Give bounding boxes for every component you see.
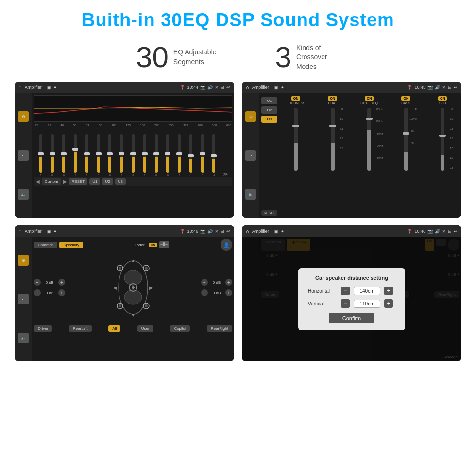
confirm-button[interactable]: Confirm <box>329 313 375 323</box>
slider-12[interactable]: 0 <box>162 134 173 177</box>
crossover-settings-icon[interactable]: ⚙ <box>245 111 256 122</box>
minimize-icon-3[interactable]: ⊟ <box>221 229 224 234</box>
vertical-label: Vertical <box>308 301 337 306</box>
close-icon-2[interactable]: ✕ <box>442 85 446 90</box>
slider-14[interactable]: -1 <box>185 134 197 177</box>
user-btn[interactable]: User <box>137 325 153 332</box>
eq-graph <box>34 95 232 122</box>
minimize-icon[interactable]: ⊟ <box>221 85 224 90</box>
stat-crossover: 3 Kinds ofCrossover Modes <box>246 43 369 72</box>
u2-btn[interactable]: U2 <box>102 178 113 185</box>
vol-val-bl: 0 dB <box>42 291 57 295</box>
location-icon: 📍 <box>180 85 185 90</box>
minimize-icon-2[interactable]: ⊟ <box>448 85 452 90</box>
slider-9[interactable]: 0 <box>127 134 139 177</box>
back-icon-4[interactable]: ↩ <box>454 229 458 234</box>
sub-on[interactable]: ON <box>438 96 447 101</box>
vertical-plus[interactable]: + <box>384 299 393 308</box>
reset-btn[interactable]: RESET <box>69 178 88 185</box>
preset-u3[interactable]: U3 <box>261 116 277 123</box>
vol-plus-br[interactable]: + <box>225 289 232 296</box>
home-icon-4[interactable]: ⌂ <box>246 228 249 234</box>
u3-btn[interactable]: U3 <box>115 178 126 185</box>
slider-5[interactable]: 0 <box>81 134 93 177</box>
vol-plus-bl[interactable]: + <box>58 289 65 296</box>
slider-4[interactable]: 5 <box>69 134 81 177</box>
svg-point-16 <box>119 304 121 307</box>
slider-8[interactable]: 0 <box>116 134 127 177</box>
slider-15[interactable]: 0 <box>197 134 208 177</box>
rearright-btn[interactable]: RearRight <box>207 325 232 332</box>
horizontal-plus[interactable]: + <box>384 287 393 295</box>
preset-u1[interactable]: U1 <box>261 97 277 104</box>
vol-minus-bl[interactable]: − <box>34 289 41 296</box>
slider-13[interactable]: 0 <box>173 134 185 177</box>
cutfreq-on[interactable]: ON <box>365 96 374 101</box>
slider-2[interactable]: 0 <box>47 134 58 177</box>
bass-on[interactable]: ON <box>401 96 410 101</box>
speaker-layout: − 0 dB + − 0 dB + <box>34 253 232 323</box>
home-icon[interactable]: ⌂ <box>18 84 22 90</box>
vol-bottom-right: − 0 dB + <box>201 289 232 296</box>
crossover-wave-icon[interactable]: 〰 <box>245 150 256 161</box>
horizontal-minus[interactable]: − <box>341 287 350 295</box>
loudness-on[interactable]: ON <box>291 96 301 101</box>
home-icon-3[interactable]: ⌂ <box>18 228 22 234</box>
back-icon-3[interactable]: ↩ <box>226 229 230 234</box>
u1-btn[interactable]: U1 <box>89 178 100 185</box>
crossover-reset-btn[interactable]: RESET <box>261 210 277 216</box>
slider-1[interactable]: 0 <box>35 134 47 177</box>
svg-text:▲: ▲ <box>131 258 136 263</box>
close-icon-4[interactable]: ✕ <box>442 229 446 234</box>
camera-icon-2: 📷 <box>427 85 433 90</box>
crossover-speaker-icon[interactable]: 🔈 <box>245 189 256 200</box>
close-icon[interactable]: ✕ <box>215 85 219 90</box>
common-tab[interactable]: Common <box>34 242 57 248</box>
more-icon[interactable]: ≫ <box>220 171 231 177</box>
slider-3[interactable]: 0 <box>58 134 70 177</box>
band-sub: ON SUB G 3.0 2.5 2.0 1.5 1. <box>425 96 459 216</box>
eq-settings-icon[interactable]: ⚙ <box>18 111 29 122</box>
eq-main: 25 32 40 50 63 80 100 125 160 200 250 32… <box>32 93 234 218</box>
vol-plus-tl[interactable]: + <box>58 279 65 286</box>
fader-on-btn[interactable]: ON <box>149 243 158 247</box>
vol-minus-tl[interactable]: − <box>34 279 41 286</box>
sp-wave-icon[interactable]: 〰 <box>18 294 29 304</box>
eq-speaker-icon[interactable]: 🔈 <box>18 189 29 200</box>
eq-wave-icon[interactable]: 〰 <box>18 150 29 161</box>
preset-u2[interactable]: U2 <box>261 106 277 114</box>
crossover-screen-title: Amplifier <box>252 85 269 90</box>
speaker-screen-title: Amplifier <box>25 229 42 234</box>
home-icon-2[interactable]: ⌂ <box>246 84 249 90</box>
slider-6[interactable]: 0 <box>93 134 104 177</box>
vol-minus-tr[interactable]: − <box>201 279 208 286</box>
back-icon[interactable]: ↩ <box>226 85 230 90</box>
slider-16[interactable]: -1 <box>208 134 220 177</box>
prev-icon[interactable]: ◀ <box>36 179 40 184</box>
sp-settings-icon[interactable]: ⚙ <box>18 255 29 266</box>
back-icon-2[interactable]: ↩ <box>454 85 458 90</box>
eq-sidebar: ⚙ 〰 🔈 <box>15 93 32 218</box>
driver-btn[interactable]: Driver <box>34 325 52 332</box>
slider-10[interactable]: 0 <box>139 134 151 177</box>
band-cutfreq: ON CUT FREQ 125Hz 100Hz 80Hz 70Hz 60Hz <box>352 96 386 216</box>
dialog-screen: ⌂ Amplifier ▣ ● 📍 10:46 📷 🔊 ✕ ⊟ ↩ <box>242 225 461 361</box>
close-icon-3[interactable]: ✕ <box>215 229 219 234</box>
vol-minus-br[interactable]: − <box>201 289 208 296</box>
svg-rect-5 <box>163 242 165 246</box>
slider-7[interactable]: 0 <box>104 134 116 177</box>
phat-on[interactable]: ON <box>328 96 337 101</box>
rearleft-btn[interactable]: RearLeft <box>69 325 92 332</box>
sp-speaker-icon[interactable]: 🔈 <box>18 333 29 343</box>
vertical-minus[interactable]: − <box>341 299 350 308</box>
preset-custom[interactable]: Custom <box>42 178 61 185</box>
specialty-tab[interactable]: Specialty <box>59 242 83 248</box>
speaker-main: Common Specialty Fader ON 👤 <box>32 237 234 361</box>
next-icon[interactable]: ▶ <box>63 179 67 184</box>
vol-plus-tr[interactable]: + <box>225 279 232 286</box>
copilot-btn[interactable]: Copilot <box>170 325 190 332</box>
all-btn[interactable]: All <box>108 325 120 332</box>
volume-icon: 🔊 <box>207 85 213 90</box>
slider-11[interactable]: 0 <box>151 134 162 177</box>
minimize-icon-4[interactable]: ⊟ <box>448 229 452 234</box>
